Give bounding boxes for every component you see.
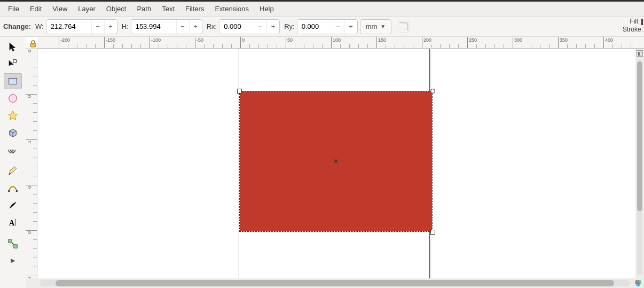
ruler-tick: 0 [26,94,37,95]
svg-point-3 [8,190,10,192]
unit-selector[interactable]: mm ▼ [360,19,392,34]
chevron-down-icon: ▼ [380,24,386,29]
menu-layer[interactable]: Layer [73,3,101,14]
selector-tool[interactable] [4,39,22,55]
resize-handle-nw[interactable] [237,89,242,94]
workarea: -200-150-100-50050100150200250300350400 … [26,37,644,288]
ry-increment[interactable]: + [344,20,357,34]
canvas[interactable]: ✕ [37,49,635,278]
menu-text[interactable]: Text [156,3,180,14]
ruler-tick: 400 [603,37,604,49]
menu-file[interactable]: File [3,3,25,14]
circle-tool[interactable] [4,90,22,106]
width-decrement[interactable]: − [91,20,104,34]
menu-edit[interactable]: Edit [25,3,47,14]
text-tool[interactable]: A [4,214,22,230]
height-spinbox[interactable]: − + [131,19,202,34]
height-increment[interactable]: + [189,20,202,34]
menu-extensions[interactable]: Extensions [209,3,254,14]
svg-rect-10 [30,43,36,47]
menu-object[interactable]: Object [101,3,132,14]
resize-handle-se[interactable] [430,230,435,235]
rx-increment[interactable]: + [266,20,279,34]
ruler-tick: 0 [240,37,241,49]
ry-label: Ry: [284,22,295,30]
guides-lock-icon[interactable] [28,39,38,49]
ruler-tick: -100 [150,37,150,49]
tool-options-bar: Change: W: − + H: − + Rx: − + Ry: − + mm… [0,17,644,37]
ry-spinbox[interactable]: − + [297,19,358,34]
bezier-tool[interactable] [4,180,22,196]
reset-corners-button[interactable] [398,21,410,33]
stroke-label: Stroke: [623,26,643,34]
unit-label: mm [366,22,378,30]
height-label: H: [122,22,129,30]
svg-rect-1 [9,79,17,84]
3dbox-tool[interactable] [4,124,22,141]
svg-rect-7 [9,239,12,243]
ruler-tick: 150 [376,37,377,49]
menu-path[interactable]: Path [131,3,156,14]
rx-decrement[interactable]: − [254,20,266,34]
ruler-tick: 300 [513,37,513,49]
panel-toggle-icon[interactable]: ◧ [637,50,643,57]
menu-filters[interactable]: Filters [180,3,209,14]
svg-point-2 [9,95,17,103]
svg-text:A: A [9,219,15,227]
svg-rect-0 [13,60,16,63]
ruler-tick: 350 [558,37,559,49]
star-tool[interactable] [4,107,22,123]
width-spinbox[interactable]: − + [46,19,117,34]
menubar: File Edit View Layer Object Path Text Fi… [0,2,644,17]
color-management-icon[interactable] [634,279,643,287]
fill-stroke-indicator: Fill: Stroke: [623,18,643,34]
pencil-tool[interactable] [4,163,22,179]
horizontal-scrollbar[interactable] [40,280,630,286]
ry-input[interactable] [297,22,332,30]
width-label: W: [35,22,44,30]
menu-help[interactable]: Help [254,3,279,14]
height-input[interactable] [131,22,176,30]
node-tool[interactable] [4,56,22,72]
vertical-ruler[interactable]: 001000 [26,49,37,278]
rx-input[interactable] [219,22,254,30]
svg-line-9 [12,243,14,245]
ruler-tick: 0 [26,230,37,231]
ruler-tick: 200 [422,37,422,49]
ruler-tick: 1 [26,139,37,140]
ruler-tick: -200 [59,37,59,49]
connector-tool[interactable] [4,236,22,252]
ruler-tick: 250 [467,37,468,49]
spiral-tool[interactable] [4,142,22,158]
svg-point-4 [16,190,18,192]
menu-view[interactable]: View [47,3,73,14]
h-scroll-thumb[interactable] [56,280,614,286]
height-decrement[interactable]: − [176,20,189,34]
v-scroll-thumb[interactable] [637,61,642,211]
ruler-tick: -150 [104,37,105,49]
rx-label: Rx: [207,22,217,30]
svg-point-13 [636,282,640,286]
vertical-scrollbar[interactable]: ◧ [635,49,644,278]
ruler-tick: 0 [26,49,37,49]
width-increment[interactable]: + [104,20,117,34]
horizontal-ruler[interactable]: -200-150-100-50050100150200250300350400 [37,37,644,49]
width-input[interactable] [46,22,91,30]
svg-rect-8 [14,245,17,248]
ruler-tick: 0 [26,185,37,185]
calligraphy-tool[interactable] [4,197,22,213]
ruler-tick: 0 [26,276,37,276]
toolbox: A ▶ [0,37,26,288]
ry-decrement[interactable]: − [332,20,344,34]
rx-spinbox[interactable]: − + [219,19,280,34]
rounding-handle-ne[interactable] [430,89,435,94]
ruler-tick: 50 [286,37,286,49]
center-cross-icon: ✕ [333,158,339,165]
change-label: Change: [3,22,31,30]
ruler-tick: -50 [195,37,195,49]
bottom-scroll-row [26,278,644,288]
toolbox-expand[interactable]: ▶ [11,257,15,264]
fill-label: Fill: [630,18,640,26]
fill-swatch[interactable] [641,19,643,25]
rectangle-tool[interactable] [4,73,22,89]
